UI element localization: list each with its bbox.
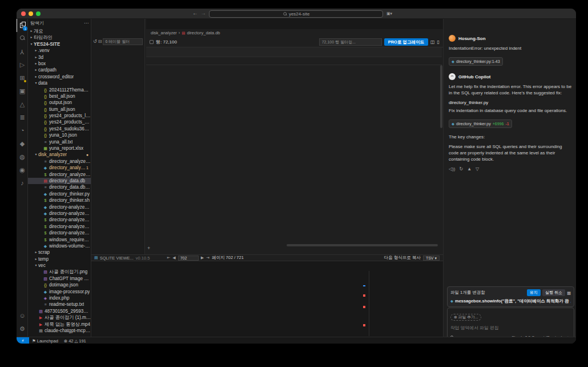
explorer-item[interactable]: {}yes24_sudoku365.json bbox=[28, 126, 91, 132]
horizontal-scrollbar[interactable] bbox=[287, 244, 438, 246]
page-input[interactable]: 702 bbox=[178, 256, 199, 261]
keep-button[interactable]: 유지 bbox=[527, 289, 541, 296]
jupyter-icon[interactable]: ◍ bbox=[17, 150, 28, 163]
explorer-item[interactable]: ≡directory_analyzer.log bbox=[28, 158, 91, 165]
select-all-checkbox[interactable] bbox=[150, 40, 154, 44]
explorer-item[interactable]: {}yes24_products_updated.json bbox=[28, 119, 91, 125]
source-control-icon[interactable]: Y bbox=[17, 45, 28, 58]
explorer-item[interactable]: ▤claude-chatgpt-mcp-main.zip bbox=[28, 328, 91, 334]
regenerate-icon[interactable]: ↻ bbox=[459, 166, 463, 172]
terminal-output[interactable] bbox=[94, 271, 367, 336]
explorer-item[interactable]: ▨사골 종이접기.png bbox=[28, 269, 91, 275]
collapse-all-icon[interactable]: ⊟ bbox=[98, 39, 102, 44]
explorer-item[interactable]: ▾vec bbox=[28, 262, 91, 269]
last-page-icon[interactable]: ⇥ bbox=[206, 256, 210, 260]
explorer-item[interactable]: $directory_thinker.sh bbox=[28, 197, 91, 204]
explorer-item[interactable]: ▨487301505_2959308923360... bbox=[28, 308, 91, 314]
remote-indicator[interactable]: ⚡ bbox=[17, 337, 29, 345]
close-window-button[interactable] bbox=[21, 11, 26, 16]
search-icon[interactable] bbox=[17, 32, 28, 45]
explorer-item[interactable]: ▸.venv bbox=[28, 47, 91, 54]
profile-icon[interactable]: ▣▾ bbox=[386, 10, 392, 17]
explorer-item[interactable]: ≡yuna_all.txt bbox=[28, 139, 91, 145]
music-icon[interactable]: ♪ bbox=[17, 177, 28, 190]
live-server-icon[interactable]: ◉ bbox=[17, 163, 28, 177]
problems-status[interactable]: ⊗ 42 △ 191 bbox=[61, 338, 89, 344]
explorer-more-icon[interactable]: ⋯ bbox=[84, 19, 88, 28]
remote-explorer-icon[interactable]: ▣ bbox=[17, 85, 28, 98]
explorer-item[interactable]: ◆windows-volume-scanner.py bbox=[28, 243, 91, 249]
edge-icon[interactable]: ◔ bbox=[17, 124, 28, 137]
explorer-item[interactable]: {}20241112Thema_v1.6_ko.json bbox=[28, 87, 91, 93]
undo-button[interactable]: 실행 취소 bbox=[542, 289, 565, 296]
next-page-icon[interactable]: ▶ bbox=[201, 256, 204, 260]
launchpad-status[interactable]: ⚑ Launchpad bbox=[29, 338, 61, 344]
explorer-item[interactable]: ▾disk_analyzer● bbox=[28, 151, 91, 158]
explorer-item[interactable]: $directory_analyzer.sh bbox=[28, 171, 91, 178]
refresh-icon[interactable]: ↺ bbox=[93, 39, 97, 44]
vertical-scrollbar[interactable] bbox=[440, 65, 442, 128]
explorer-item[interactable]: ▾YES24-SITE bbox=[28, 41, 91, 47]
explorer-item[interactable]: ▨ChatGPT Image 2025년 3월 ... bbox=[28, 276, 91, 282]
diff-chip[interactable]: ◆ directory_thinker.py +6996 -1 bbox=[449, 119, 512, 128]
add-row-button[interactable]: + bbox=[147, 245, 150, 251]
read-aloud-icon[interactable]: ◁)) bbox=[449, 166, 455, 172]
explorer-item[interactable]: ▸crossword_editor bbox=[28, 74, 91, 80]
explorer-item[interactable]: ▦yuna_report.xlsx bbox=[28, 145, 91, 151]
explorer-item[interactable]: ▸temp bbox=[28, 256, 91, 262]
chat-input[interactable]: 작업 영역에서 파일 편집 bbox=[450, 325, 571, 331]
thumbs-down-icon[interactable]: ▽ bbox=[476, 166, 479, 172]
explorer-item[interactable]: {}output.json bbox=[28, 99, 91, 106]
add-file-chip[interactable]: ⊕ 파일 추가... bbox=[450, 314, 481, 321]
explorer-item[interactable]: {}best_all.json bbox=[28, 93, 91, 99]
pro-upgrade-button[interactable]: PRO로 업그레이드 bbox=[384, 38, 428, 46]
explorer-item[interactable]: ◆directory_thinker.py bbox=[28, 191, 91, 197]
explorer-item[interactable]: $directory-analyzer-usage-d3... bbox=[28, 224, 91, 230]
changed-file-row[interactable]: ◆ messagebox.showinfo("완료", "데이터베이스 최적화가… bbox=[450, 298, 571, 304]
nav-back-icon[interactable]: ← bbox=[192, 10, 198, 16]
thumbs-up-icon[interactable]: ▲ bbox=[467, 166, 472, 172]
copy-format-select[interactable]: TSV ▾ bbox=[423, 256, 440, 261]
explorer-item[interactable]: ◆directory-analyzer (2).py bbox=[28, 204, 91, 210]
account-icon[interactable]: ☺ bbox=[17, 309, 28, 322]
explorer-item[interactable]: ▸타임라인 bbox=[28, 34, 91, 41]
explorer-item[interactable]: ◆directory_analyzer.py1 bbox=[28, 165, 91, 171]
explorer-item[interactable]: ▤directory_data.db bbox=[28, 178, 91, 184]
explorer-item[interactable]: $directory-analyzer-gui-usag... bbox=[28, 217, 91, 223]
command-center-search[interactable]: yes24-site bbox=[209, 10, 383, 18]
explorer-item[interactable]: $directory-analyzer-usage.sh bbox=[28, 230, 91, 236]
run-debug-icon[interactable]: ▷ bbox=[17, 58, 28, 71]
explorer-item[interactable]: ◈index.php bbox=[28, 295, 91, 301]
explorer-item[interactable]: {}dotimage.json bbox=[28, 282, 91, 288]
explorer-item[interactable]: ▶제목 없는 동영상.mp4 bbox=[28, 321, 91, 328]
diff-view-icon[interactable]: ▦ bbox=[567, 290, 571, 296]
explorer-item[interactable]: ◆directory-analyzer_a.py bbox=[28, 210, 91, 217]
settings-gear-icon[interactable]: ⚙ bbox=[17, 322, 28, 336]
explorer-item[interactable]: ▸box bbox=[28, 61, 91, 67]
nav-forward-icon[interactable]: → bbox=[200, 10, 206, 16]
extensions-icon[interactable]: ⊞ bbox=[17, 71, 28, 85]
database-icon[interactable]: ≣ bbox=[17, 111, 28, 124]
explorer-item[interactable]: ▸3d bbox=[28, 54, 91, 61]
explorer-item[interactable]: {}yuna_10.json bbox=[28, 132, 91, 138]
explorer-item[interactable]: ▸cardpath bbox=[28, 67, 91, 73]
global-filter-input[interactable]: 72,100 행 필터링... bbox=[319, 38, 382, 46]
testing-icon[interactable]: △ bbox=[17, 98, 28, 111]
breadcrumb[interactable]: disk_analyzer › ▤ directory_data.db bbox=[146, 29, 443, 37]
attached-file-chip[interactable]: ◆ directory_thinker.py:1-43 bbox=[449, 57, 503, 66]
minimize-window-button[interactable] bbox=[29, 11, 33, 16]
explorer-item[interactable]: ▸scrap bbox=[28, 249, 91, 256]
explorer-item[interactable]: ≡readme-setup.txt bbox=[28, 301, 91, 308]
first-page-icon[interactable]: ⇤ bbox=[167, 256, 170, 260]
explorer-item[interactable]: ▶사골 종이접기 (1).mp4 bbox=[28, 314, 91, 321]
explorer-item[interactable]: ≡directory_data.db-journal bbox=[28, 184, 91, 190]
explorer-item[interactable]: $windows_requirements.sh bbox=[28, 237, 91, 243]
table-filter-input[interactable]: 6 테이블 필터 bbox=[103, 38, 143, 45]
panel-toggle-icon[interactable]: ▯ bbox=[437, 39, 440, 45]
prev-page-icon[interactable]: ◀ bbox=[172, 256, 175, 260]
explorer-icon[interactable]: 1 bbox=[17, 19, 28, 32]
zoom-window-button[interactable] bbox=[36, 11, 41, 16]
explorer-item[interactable]: ▸개요 bbox=[28, 28, 91, 34]
layout-toggle-icon[interactable]: ◫ bbox=[430, 39, 435, 45]
explorer-item[interactable]: ◆image-processor.py bbox=[28, 289, 91, 295]
